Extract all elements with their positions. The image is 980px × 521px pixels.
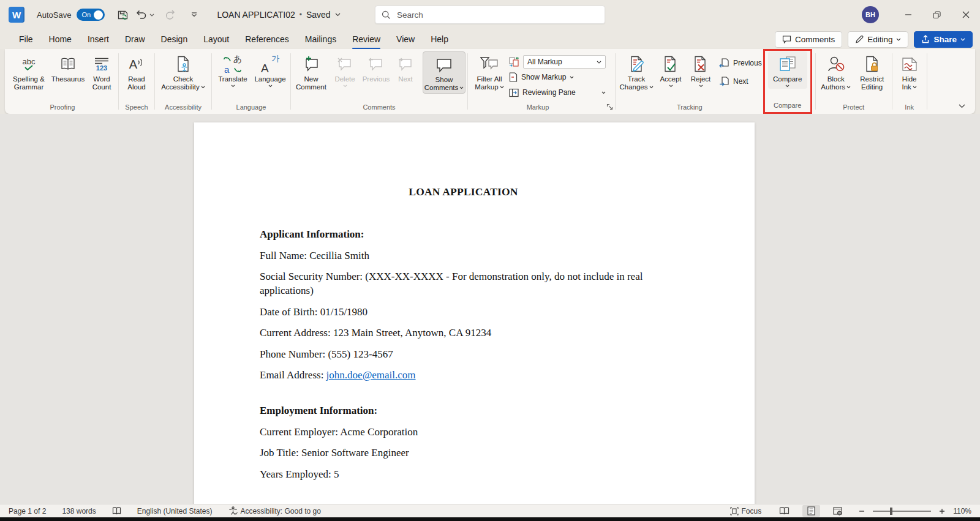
zoom-level[interactable]: 110% (953, 507, 971, 515)
zoom-in-button[interactable] (939, 508, 945, 514)
next-change-button[interactable]: Next (719, 75, 762, 88)
collapse-ribbon-icon[interactable] (959, 104, 965, 108)
new-comment-button[interactable]: New Comment (293, 51, 330, 92)
word-count-indicator[interactable]: 138 words (62, 507, 96, 515)
group-separator (615, 53, 616, 110)
chevron-down-icon (896, 38, 901, 41)
restore-button[interactable] (922, 0, 951, 29)
account-avatar[interactable]: BH (862, 6, 879, 23)
group-label-markup: Markup (470, 103, 606, 114)
document-title[interactable]: LOAN APPLICATI02 • Saved (217, 10, 340, 20)
zoom-slider-thumb[interactable] (890, 508, 892, 515)
tab-references[interactable]: References (237, 31, 297, 47)
show-markup-icon (509, 72, 518, 82)
email-link[interactable]: john.doe@email.com (326, 369, 416, 381)
tab-insert[interactable]: Insert (80, 31, 117, 47)
tab-help[interactable]: Help (423, 31, 456, 47)
markup-dialog-launcher-icon[interactable] (606, 103, 614, 111)
language-indicator[interactable]: English (United States) (137, 507, 213, 515)
undo-button[interactable] (134, 6, 149, 24)
editing-mode-dropdown[interactable]: Editing (848, 31, 908, 48)
check-accessibility-button[interactable]: Check Accessibility (157, 51, 209, 92)
ribbon-tab-bar: File Home Insert Draw Design Layout Refe… (0, 29, 980, 49)
accept-icon (663, 54, 679, 74)
tab-layout[interactable]: Layout (195, 31, 237, 47)
group-label-speech: Speech (121, 103, 153, 114)
search-input[interactable]: Search (375, 6, 605, 24)
show-markup-dropdown[interactable]: Show Markup (509, 70, 606, 84)
close-button[interactable] (951, 0, 980, 29)
new-comment-icon (303, 54, 320, 74)
autosave-toggle[interactable]: On (77, 9, 105, 21)
chevron-down-icon (785, 84, 790, 88)
save-icon[interactable] (113, 6, 132, 24)
chevron-down-icon (343, 84, 347, 88)
compare-icon (778, 54, 797, 74)
track-changes-icon (628, 54, 645, 74)
search-icon (382, 10, 391, 20)
filter-all-markup-icon (480, 54, 499, 74)
read-mode-button[interactable] (774, 506, 794, 516)
page-indicator[interactable]: Page 1 of 2 (9, 507, 46, 515)
zoom-slider[interactable] (873, 511, 931, 512)
document-page[interactable]: LOAN APPLICATION Applicant Information: … (194, 122, 755, 504)
tab-review[interactable]: Review (344, 31, 388, 47)
group-label-ink: Ink (894, 103, 925, 114)
document-paragraph: Phone Number: (555) 123-4567 (260, 347, 667, 361)
customize-quick-access-icon[interactable] (185, 6, 203, 24)
compare-button[interactable]: Compare (768, 51, 807, 89)
word-count-button[interactable]: 123 Word Count (87, 51, 116, 92)
check-accessibility-icon (176, 54, 190, 74)
restrict-editing-button[interactable]: Restrict Editing (854, 51, 890, 92)
display-for-review-select[interactable]: All Markup (523, 55, 606, 69)
filter-all-markup-button[interactable]: Filter All Markup (470, 51, 509, 92)
minimize-button[interactable] (894, 0, 922, 29)
comments-button[interactable]: Comments (775, 31, 842, 48)
hide-ink-button[interactable]: Hide Ink (894, 51, 925, 92)
spelling-grammar-button[interactable]: abc Spelling & Grammar (9, 51, 49, 92)
group-language: あ a Translate A 가 Language (214, 51, 288, 114)
share-button[interactable]: Share (914, 31, 973, 48)
autosave-label: AutoSave (37, 10, 71, 20)
document-canvas: LOAN APPLICATION Applicant Information: … (0, 114, 980, 504)
track-changes-button[interactable]: Track Changes (617, 51, 655, 92)
read-aloud-button[interactable]: A Read Aloud (121, 51, 153, 92)
tab-view[interactable]: View (388, 31, 423, 47)
document-paragraph: Full Name: Cecillia Smith (260, 249, 667, 263)
accept-button[interactable]: Accept (655, 51, 686, 89)
web-layout-button[interactable] (828, 506, 847, 517)
toggle-knob (94, 10, 103, 20)
block-authors-button[interactable]: Block Authors (818, 51, 854, 92)
language-button[interactable]: A 가 Language (252, 51, 288, 89)
group-label-protect: Protect (818, 103, 890, 114)
tab-draw[interactable]: Draw (117, 31, 153, 47)
chevron-down-icon (268, 84, 273, 88)
reject-button[interactable]: Reject (686, 51, 715, 89)
print-layout-button[interactable] (802, 505, 820, 517)
read-aloud-icon: A (129, 54, 144, 74)
tab-design[interactable]: Design (153, 31, 196, 47)
show-comments-button[interactable]: Show Comments (423, 51, 466, 94)
thesaurus-button[interactable]: Thesaurus (49, 51, 87, 84)
tab-mailings[interactable]: Mailings (297, 31, 344, 47)
accessibility-indicator[interactable]: Accessibility: Good to go (228, 506, 321, 515)
zoom-out-button[interactable] (859, 508, 865, 514)
translate-button[interactable]: あ a Translate (214, 51, 252, 89)
document-paragraph: Current Employer: Acme Corporation (260, 425, 667, 439)
undo-dropdown-icon[interactable] (149, 13, 154, 17)
review-ribbon: abc Spelling & Grammar Thesaurus 123 (5, 49, 975, 114)
previous-change-button[interactable]: Previous (719, 56, 762, 70)
focus-mode-button[interactable]: Focus (730, 507, 762, 515)
pencil-icon (855, 35, 864, 43)
next-change-icon (719, 77, 729, 87)
email-paragraph: Email Address: john.doe@email.com (260, 368, 667, 382)
hide-ink-icon (902, 54, 918, 74)
tab-home[interactable]: Home (41, 31, 80, 47)
document-heading: LOAN APPLICATION (260, 186, 667, 198)
word-app-icon[interactable]: W (9, 7, 24, 23)
proofing-status-icon[interactable] (112, 507, 121, 515)
reviewing-pane-button[interactable]: Reviewing Pane (509, 86, 606, 99)
block-authors-icon (827, 54, 845, 74)
tab-file[interactable]: File (11, 31, 41, 47)
next-comment-icon (398, 54, 413, 74)
